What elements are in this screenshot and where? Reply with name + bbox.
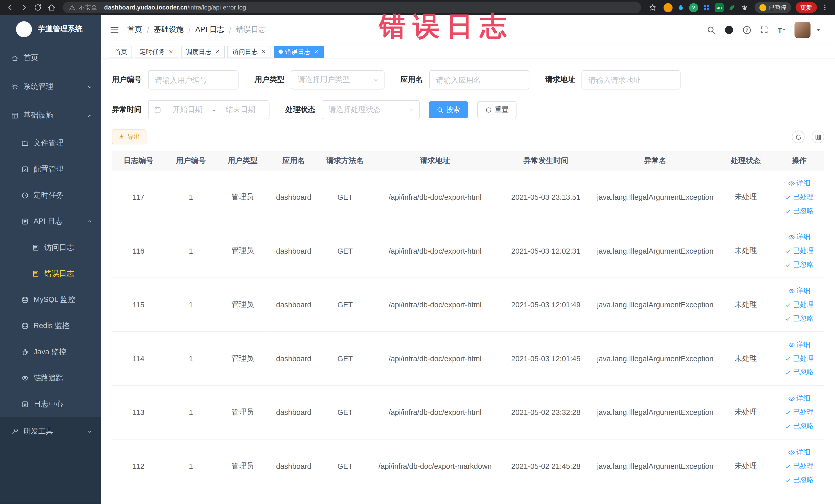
filter-user-id: 用户编号 — [112, 70, 239, 89]
search-button[interactable]: 搜索 — [429, 101, 468, 118]
doc-icon — [32, 270, 39, 277]
table-row: 1161管理员dashboardGET/api/infra/db-doc/exp… — [112, 224, 824, 278]
action-processed-link[interactable]: 已处理 — [775, 351, 823, 365]
app-name-input[interactable] — [429, 70, 529, 89]
sidebar-item-system[interactable]: 系统管理 — [0, 73, 101, 101]
action-detail-link[interactable]: 详细 — [775, 445, 823, 459]
filter-row-1: 用户编号 用户类型 请选择用户类型 应用名 — [112, 70, 824, 89]
sidebar-item-label: 错误日志 — [44, 269, 74, 278]
sidebar-item-infra[interactable]: 基础设施 — [0, 101, 101, 130]
refresh-table-button[interactable] — [792, 130, 805, 143]
close-icon[interactable] — [168, 49, 174, 55]
extension-on-badge-icon[interactable]: on — [715, 3, 724, 12]
sidebar-item-mysql[interactable]: MySQL 监控 — [0, 286, 101, 313]
sidebar-item-api-log[interactable]: API 日志 — [0, 208, 101, 235]
sidebar-item-java[interactable]: Java 监控 — [0, 339, 101, 365]
action-ignored-link[interactable]: 已忽略 — [775, 365, 823, 379]
tab-access-log[interactable]: 访问日志 — [227, 45, 271, 58]
table-row: 1171管理员dashboardGET/api/infra/db-doc/exp… — [112, 170, 824, 224]
browser-home-icon[interactable] — [46, 2, 58, 13]
action-detail-link[interactable]: 详细 — [775, 338, 823, 351]
sidebar-item-label: MySQL 监控 — [34, 295, 75, 304]
eye-icon — [788, 180, 795, 187]
extension-leaf-icon[interactable] — [728, 3, 736, 12]
browser-menu-icon[interactable] — [819, 2, 831, 13]
action-ignored-link[interactable]: 已忽略 — [775, 312, 823, 326]
exception-time-label: 异常时间 — [112, 105, 142, 115]
action-detail-link[interactable]: 详细 — [775, 391, 823, 405]
export-button[interactable]: 导出 — [112, 129, 147, 144]
breadcrumb-item[interactable]: 基础设施 — [154, 25, 184, 35]
user-type-select[interactable]: 请选择用户类型 — [291, 70, 385, 89]
help-icon[interactable]: ? — [742, 25, 751, 35]
extension-orange-circle-icon[interactable] — [664, 3, 673, 12]
address-bar[interactable]: 不安全 dashboard.yudao.iocoder.cn/infra/log… — [63, 2, 641, 13]
gear-icon — [11, 83, 19, 90]
action-detail-link[interactable]: 详细 — [775, 230, 823, 244]
tab-error-log[interactable]: 错误日志 — [273, 45, 324, 58]
user-avatar[interactable] — [794, 22, 810, 38]
sidebar-item-error-log[interactable]: 错误日志 — [0, 260, 101, 286]
github-icon[interactable] — [724, 25, 734, 35]
action-processed-link[interactable]: 已处理 — [775, 298, 823, 312]
app-logo[interactable]: 芋道管理系统 — [0, 15, 101, 44]
cell-method: GET — [319, 278, 371, 332]
browser-forward-icon[interactable] — [18, 2, 30, 13]
column-settings-button[interactable] — [812, 130, 824, 143]
font-size-icon[interactable]: TT — [777, 25, 786, 35]
column-header: 请求地址 — [371, 151, 499, 170]
close-icon[interactable] — [314, 49, 319, 55]
extension-water-drop-icon[interactable] — [676, 3, 685, 12]
extension-paw-icon[interactable] — [740, 3, 749, 12]
sidebar-item-dev-tool[interactable]: 研发工具 — [0, 417, 101, 446]
action-ignored-link[interactable]: 已忽略 — [775, 419, 823, 433]
reset-button-icon — [485, 106, 492, 113]
extension-green-v-icon[interactable]: V — [689, 3, 698, 12]
action-processed-link[interactable]: 已处理 — [775, 244, 823, 258]
action-processed-link[interactable]: 已处理 — [775, 190, 823, 204]
fullscreen-icon[interactable] — [760, 26, 768, 34]
exception-time-range-picker[interactable]: 开始日期 - 结束日期 — [148, 100, 269, 119]
extension-blue-grid-icon[interactable] — [702, 3, 711, 12]
user-id-input[interactable] — [148, 70, 239, 89]
action-processed-link[interactable]: 已处理 — [775, 459, 823, 473]
sidebar-item-home[interactable]: 首页 — [0, 44, 101, 73]
sidebar-toggle-icon[interactable] — [109, 25, 119, 35]
profile-paused-chip[interactable]: 已暂停 — [755, 2, 791, 13]
sidebar-item-log-center[interactable]: 日志中心 — [0, 391, 101, 417]
action-label: 已忽略 — [793, 204, 814, 218]
sidebar-item-file[interactable]: 文件管理 — [0, 130, 101, 156]
tab-home[interactable]: 首页 — [109, 45, 132, 58]
sidebar-item-tracer[interactable]: 链路追踪 — [0, 365, 101, 391]
action-detail-link[interactable]: 详细 — [775, 176, 823, 190]
breadcrumb-item[interactable]: 首页 — [127, 25, 142, 35]
sidebar-item-redis[interactable]: Redis 监控 — [0, 313, 101, 339]
action-processed-link[interactable]: 已处理 — [775, 405, 823, 419]
tab-job[interactable]: 定时任务 — [135, 45, 178, 58]
request-url-input[interactable] — [582, 70, 680, 89]
sidebar-item-access-log[interactable]: 访问日志 — [0, 235, 101, 261]
sidebar-item-config[interactable]: 配置管理 — [0, 156, 101, 182]
search-icon[interactable] — [707, 25, 716, 35]
action-ignored-link[interactable]: 已忽略 — [775, 473, 823, 487]
browser-update-button[interactable]: 更新 — [795, 2, 817, 13]
breadcrumb-item[interactable]: API 日志 — [195, 25, 224, 35]
action-ignored-link[interactable]: 已忽略 — [775, 258, 823, 271]
cell-app: dashboard — [268, 278, 319, 332]
action-ignored-link[interactable]: 已忽略 — [775, 204, 823, 218]
action-detail-link[interactable]: 详细 — [775, 284, 823, 298]
browser-reload-icon[interactable] — [32, 2, 44, 13]
tab-label: 首页 — [115, 47, 127, 56]
bookmark-star-icon[interactable] — [647, 2, 658, 13]
browser-back-icon[interactable] — [4, 2, 16, 13]
tool-icon — [11, 428, 19, 435]
close-icon[interactable] — [215, 49, 220, 55]
process-status-select[interactable]: 请选择处理状态 — [322, 100, 420, 119]
avatar-caret-icon[interactable] — [816, 27, 821, 33]
close-icon[interactable] — [261, 49, 266, 55]
sidebar-item-job[interactable]: 定时任务 — [0, 182, 101, 208]
tab-job-log[interactable]: 调度日志 — [181, 45, 225, 58]
user-id-label: 用户编号 — [112, 75, 142, 85]
log-icon — [21, 400, 29, 408]
reset-button[interactable]: 重置 — [477, 101, 517, 118]
